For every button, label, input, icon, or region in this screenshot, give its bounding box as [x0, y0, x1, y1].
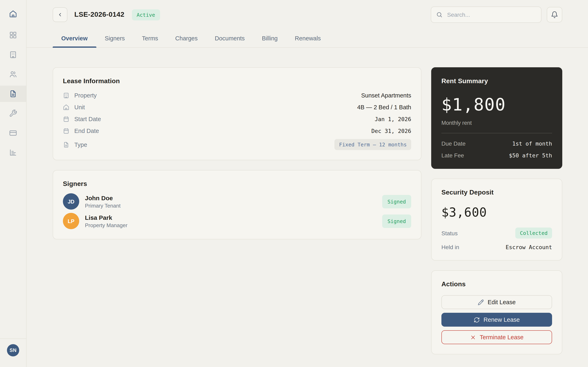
tab-signers[interactable]: Signers [96, 29, 133, 47]
tabs: OverviewSignersTermsChargesDocumentsBill… [26, 29, 588, 48]
bar-chart-icon [9, 149, 17, 157]
x-icon [470, 334, 476, 340]
search-input[interactable] [446, 11, 536, 18]
security-deposit-rows: StatusCollectedHeld inEscrow Account [441, 227, 552, 250]
sidebar-item-home[interactable] [0, 6, 26, 22]
building-icon [63, 92, 69, 99]
kv-value: 1st of month [512, 140, 552, 147]
button-label: Terminate Lease [480, 334, 523, 341]
info-value: Fixed Term — 12 months [335, 139, 411, 150]
tab-renewals[interactable]: Renewals [286, 29, 329, 47]
search-icon [436, 11, 443, 18]
button-label: Renew Lease [484, 317, 520, 323]
signer-avatar: LP [63, 213, 79, 229]
action-button-renew-lease[interactable]: Renew Lease [441, 313, 552, 327]
tab-billing[interactable]: Billing [253, 29, 286, 47]
lease-information-card: Lease Information PropertySunset Apartme… [53, 67, 421, 160]
kv-value: Collected [516, 227, 552, 239]
house-icon [63, 104, 69, 110]
card-title: Security Deposit [441, 189, 552, 196]
info-label: Property [74, 92, 97, 99]
content: Lease Information PropertySunset Apartme… [26, 48, 588, 354]
wrench-icon [9, 109, 17, 117]
search-box[interactable] [431, 7, 541, 23]
kv-row: Due Date1st of month [441, 140, 552, 147]
status-badge: Active [132, 9, 160, 20]
signer-row: LPLisa ParkProperty ManagerSigned [63, 213, 411, 229]
sidebar-item-properties[interactable] [0, 47, 26, 63]
page-title: LSE-2026-0142 [74, 11, 124, 19]
app-root: SN LSE-2026-0142 Active OverviewSignersT… [0, 0, 588, 367]
file-text-icon [63, 141, 69, 148]
back-button[interactable] [53, 7, 67, 22]
kv-value: Escrow Account [506, 244, 552, 250]
signer-row: JDJohn DoePrimary TenantSigned [63, 193, 411, 210]
lease-info-rows: PropertySunset ApartmentsUnit4B — 2 Bed … [63, 92, 411, 150]
card-title: Signers [63, 180, 411, 188]
building-icon [9, 50, 17, 59]
side-column: Rent Summary $1,800 Monthly rent Due Dat… [431, 67, 562, 354]
info-label: Start Date [74, 116, 101, 122]
info-label: End Date [74, 128, 99, 134]
signed-status-badge: Signed [382, 195, 411, 208]
info-value: Sunset Apartments [361, 92, 411, 99]
calendar-icon [63, 116, 69, 122]
info-label: Unit [74, 104, 85, 110]
lease-info-row: TypeFixed Term — 12 months [63, 139, 411, 150]
tab-documents[interactable]: Documents [206, 29, 253, 47]
signer-name: Lisa Park [85, 214, 127, 221]
kv-value: $50 after 5th [509, 152, 552, 159]
users-icon [9, 70, 17, 78]
tab-overview[interactable]: Overview [53, 29, 96, 47]
sidebar-item-tenants[interactable] [0, 66, 26, 82]
monthly-rent-caption: Monthly rent [441, 120, 552, 126]
button-label: Edit Lease [488, 299, 516, 305]
lease-info-row: Start DateJan 1, 2026 [63, 115, 411, 123]
signers-card: Signers JDJohn DoePrimary TenantSignedLP… [53, 170, 421, 239]
tab-terms[interactable]: Terms [133, 29, 167, 47]
sidebar-items [0, 0, 26, 161]
sidebar-item-dashboard[interactable] [0, 27, 26, 43]
info-label: Type [74, 141, 87, 148]
header: LSE-2026-0142 Active OverviewSignersTerm… [26, 0, 588, 48]
tab-charges[interactable]: Charges [167, 29, 206, 47]
actions-card: Actions Edit LeaseRenew LeaseTerminate L… [431, 270, 562, 354]
action-buttons: Edit LeaseRenew LeaseTerminate Lease [441, 295, 552, 344]
security-deposit-amount: $3,600 [441, 205, 552, 219]
kv-row: Held inEscrow Account [441, 244, 552, 250]
sidebar-item-payments[interactable] [0, 125, 26, 141]
bell-icon [551, 11, 558, 18]
sidebar-item-reports[interactable] [0, 144, 26, 161]
rent-summary-card: Rent Summary $1,800 Monthly rent Due Dat… [431, 67, 562, 169]
main-column: Lease Information PropertySunset Apartme… [53, 67, 421, 239]
action-button-terminate-lease[interactable]: Terminate Lease [441, 330, 552, 344]
sidebar-item-leases[interactable] [0, 86, 26, 102]
home-icon [9, 10, 17, 18]
signer-info: Lisa ParkProperty Manager [85, 214, 127, 228]
info-value: Dec 31, 2026 [371, 128, 411, 134]
calendar-icon [63, 128, 69, 134]
signer-info: John DoePrimary Tenant [85, 194, 121, 209]
signed-status-badge: Signed [382, 214, 411, 228]
action-button-edit-lease[interactable]: Edit Lease [441, 295, 552, 309]
info-value: 4B — 2 Bed / 1 Bath [357, 104, 411, 110]
notifications-button[interactable] [547, 7, 562, 22]
pencil-icon [478, 299, 484, 305]
lease-info-row: PropertySunset Apartments [63, 92, 411, 99]
kv-row: Late Fee$50 after 5th [441, 152, 552, 159]
header-row: LSE-2026-0142 Active [26, 0, 588, 29]
rent-summary-rows: Due Date1st of monthLate Fee$50 after 5t… [441, 140, 552, 159]
divider [441, 133, 552, 133]
security-deposit-card: Security Deposit $3,600 StatusCollectedH… [431, 179, 562, 261]
card-title: Lease Information [63, 77, 411, 85]
info-value: Jan 1, 2026 [375, 116, 411, 122]
search-icon-wrap [436, 11, 443, 18]
sidebar: SN [0, 0, 26, 367]
kv-label: Held in [441, 244, 459, 250]
lease-info-row: End DateDec 31, 2026 [63, 127, 411, 134]
refresh-icon [474, 317, 480, 323]
card-title: Actions [441, 281, 552, 288]
user-avatar[interactable]: SN [7, 344, 19, 356]
chevron-left-icon [57, 11, 63, 18]
sidebar-item-maintenance[interactable] [0, 105, 26, 122]
